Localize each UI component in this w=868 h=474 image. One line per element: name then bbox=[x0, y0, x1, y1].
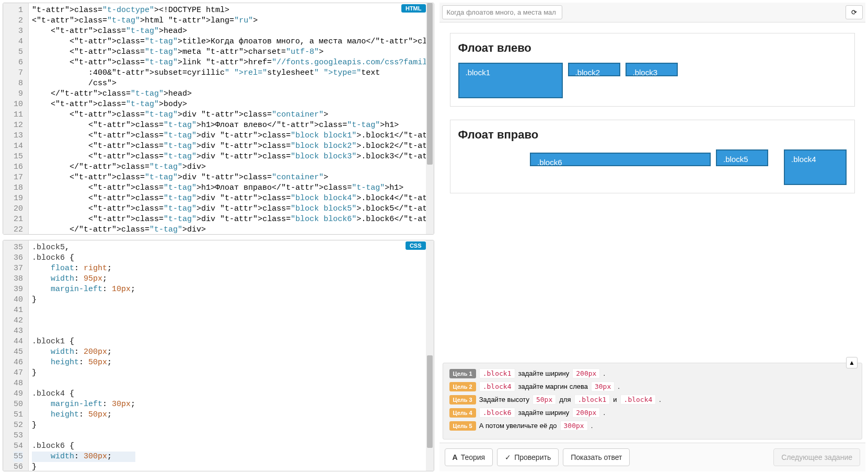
preview-header: ⟳ bbox=[439, 3, 866, 22]
html-badge: HTML bbox=[401, 4, 426, 13]
goal-text: задайте ширину bbox=[518, 369, 570, 377]
html-scrollbar[interactable] bbox=[426, 3, 434, 234]
goal-text: . bbox=[603, 409, 605, 417]
theory-button[interactable]: AТеория bbox=[445, 448, 493, 466]
chevron-up-icon: ▲ bbox=[849, 359, 855, 366]
check-button[interactable]: ✓Проверить bbox=[497, 448, 559, 466]
code-literal: .block1 bbox=[479, 368, 515, 378]
goal-text: . bbox=[618, 383, 620, 390]
block4: .block4 bbox=[784, 149, 847, 185]
preview-frame: Флоат влево .block1 .block2 .block3 Флоа… bbox=[439, 22, 866, 360]
goal-badge: Цель 1 bbox=[449, 369, 476, 378]
goal-text: Задайте высоту bbox=[479, 396, 529, 403]
goal-text: . bbox=[591, 422, 593, 430]
code-literal: 50px bbox=[533, 395, 556, 404]
goal-text: задайте ширину bbox=[518, 409, 570, 417]
goal-text: А потом увеличьте её до bbox=[479, 422, 557, 430]
check-label: Проверить bbox=[514, 453, 551, 461]
goals-panel: ▲ Цель 1.block1 задайте ширину 200px .Це… bbox=[443, 363, 863, 440]
block1: .block1 bbox=[458, 63, 563, 98]
font-icon: A bbox=[453, 453, 458, 461]
code-literal: .block6 bbox=[479, 408, 515, 418]
goal-text: . bbox=[603, 369, 605, 377]
goal-row: Цель 4.block6 задайте ширину 200px . bbox=[449, 408, 856, 418]
show-answer-button[interactable]: Показать ответ bbox=[563, 448, 630, 466]
action-bar: AТеория ✓Проверить Показать ответ Следую… bbox=[439, 443, 866, 471]
css-scrollbar[interactable] bbox=[426, 240, 434, 471]
goal-text: и bbox=[613, 396, 617, 403]
code-literal: 300px bbox=[560, 421, 588, 431]
block6: .block6 bbox=[530, 153, 711, 166]
refresh-button[interactable]: ⟳ bbox=[846, 5, 863, 19]
container-left: Флоат влево .block1 .block2 .block3 bbox=[450, 33, 855, 107]
next-label: Следующее задание bbox=[781, 453, 852, 461]
code-literal: 30px bbox=[591, 381, 615, 391]
code-literal: 200px bbox=[572, 408, 600, 418]
heading-float-left: Флоат влево bbox=[458, 41, 847, 55]
goal-badge: Цель 3 bbox=[449, 395, 476, 404]
css-editor[interactable]: CSS 353637383940414243444546474849505152… bbox=[3, 240, 434, 472]
html-editor[interactable]: HTML 12345678910111213141516171819202122… bbox=[3, 3, 434, 235]
refresh-icon: ⟳ bbox=[851, 8, 857, 16]
code-literal: .block1 bbox=[574, 395, 610, 404]
goal-row: Цель 2.block4 задайте маргин слева 30px … bbox=[449, 381, 856, 391]
goal-badge: Цель 4 bbox=[449, 408, 476, 418]
code-literal: .block4 bbox=[479, 381, 515, 391]
block5: .block5 bbox=[716, 149, 768, 166]
preview-title-input[interactable] bbox=[442, 5, 562, 19]
goal-badge: Цель 2 bbox=[449, 382, 476, 391]
goal-text: для bbox=[559, 396, 571, 403]
check-icon: ✓ bbox=[505, 453, 511, 461]
container-right: Флоат вправо .block4 .block5 .block6 bbox=[450, 120, 855, 193]
goal-text: задайте маргин слева bbox=[518, 383, 588, 390]
goal-row: Цель 3Задайте высоту 50px для .block1 и … bbox=[449, 395, 856, 404]
next-task-button[interactable]: Следующее задание bbox=[773, 448, 860, 466]
theory-label: Теория bbox=[461, 453, 485, 461]
heading-float-right: Флоат вправо bbox=[458, 128, 847, 142]
goal-row: Цель 5А потом увеличьте её до 300px . bbox=[449, 421, 856, 431]
answer-label: Показать ответ bbox=[571, 453, 622, 461]
code-literal: .block4 bbox=[620, 395, 656, 404]
goal-text: . bbox=[659, 396, 661, 403]
collapse-goals-button[interactable]: ▲ bbox=[846, 357, 858, 368]
block2: .block2 bbox=[568, 63, 620, 76]
code-literal: 200px bbox=[572, 368, 600, 378]
goal-badge: Цель 5 bbox=[449, 421, 476, 431]
css-badge: CSS bbox=[406, 241, 426, 250]
goal-row: Цель 1.block1 задайте ширину 200px . bbox=[449, 368, 856, 378]
block3: .block3 bbox=[626, 63, 678, 76]
